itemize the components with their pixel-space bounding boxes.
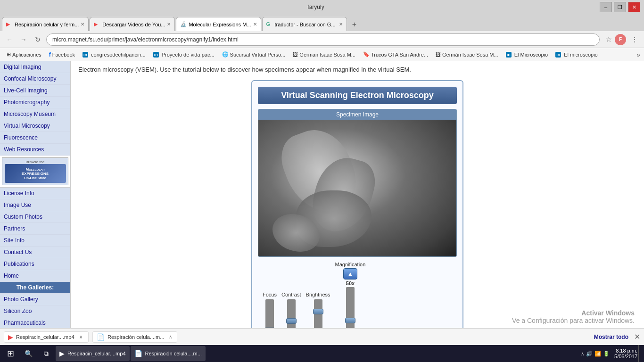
tab-close-4[interactable]: ✕ — [339, 22, 343, 27]
sidebar-item-image-use[interactable]: Image Use — [0, 199, 70, 211]
bookmark-icon-fb: f — [49, 51, 51, 58]
bookmark-label-sucursal: Sucursal Virtual Perso... — [230, 52, 286, 58]
bookmark-icon-apps: ⊞ — [7, 51, 11, 58]
maximize-button[interactable]: ❐ — [614, 2, 626, 12]
focus-label: Focus — [263, 292, 277, 297]
magnification-value: 50x — [346, 280, 355, 286]
sidebar-item-contact-us[interactable]: Contact Us — [0, 247, 70, 258]
bookmark-microscopio[interactable]: in El Microscopio — [503, 51, 551, 58]
bookmark-facebook[interactable]: f Facebook — [46, 50, 78, 59]
store-browse-text: Browse the — [4, 160, 66, 164]
download-arrow-2[interactable]: ∧ — [169, 334, 172, 339]
window-title: faryuly — [307, 4, 324, 10]
taskbar-time-value: 8:18 p.m. — [614, 348, 637, 354]
bookmark-icon-german2: 🖼 — [436, 52, 441, 58]
bookmark-label-trucos: Trucos GTA San Andre... — [371, 52, 428, 58]
taskbar-date-value: 5/06/2017 — [614, 354, 637, 359]
sidebar-item-museum[interactable]: Microscopy Museum — [0, 108, 70, 120]
show-desktop-button[interactable] — [638, 345, 642, 362]
bookmark-sucursal[interactable]: 🌐 Sucursal Virtual Perso... — [219, 50, 289, 58]
bookmark-aplicaciones[interactable]: ⊞ Aplicaciones — [4, 50, 44, 58]
taskbar-clock[interactable]: 8:18 p.m. 5/06/2017 — [614, 348, 637, 359]
bookmark-label-microscopio: El Microscopio — [514, 52, 548, 58]
magnification-thumb[interactable] — [345, 318, 355, 323]
window-controls: – ❐ ✕ — [600, 2, 640, 12]
tab-title-3: Molecular Expressions M... — [189, 22, 251, 27]
sidebar-item-web-resources[interactable]: Web Resources — [0, 144, 70, 156]
bookmark-button[interactable]: ☆ — [605, 35, 612, 44]
taskbar-app-2[interactable]: 📄 Respiración celula....m... — [131, 346, 206, 361]
profile-icon[interactable]: F — [615, 34, 626, 45]
bookmark-icon-trucos: 🔖 — [363, 51, 370, 58]
bookmarks-more-button[interactable]: » — [636, 51, 640, 58]
task-view-button[interactable]: ⧉ — [38, 345, 55, 362]
tab-title-2: Descargar Videos de You... — [102, 22, 165, 27]
logo-text: MOLECULAREXPRESSIONSOn-Line Store — [22, 167, 49, 180]
bookmarks-bar: ⊞ Aplicaciones f Facebook in congresodec… — [0, 48, 644, 61]
sidebar-store-banner[interactable]: Browse the MOLECULAREXPRESSIONSOn-Line S… — [0, 156, 70, 188]
contrast-thumb[interactable] — [286, 318, 297, 324]
download-arrow-1[interactable]: ∧ — [79, 334, 83, 339]
sidebar-item-fluorescence[interactable]: Fluorescence — [0, 132, 70, 144]
sidebar-item-photo-gallery[interactable]: Photo Gallery — [0, 294, 70, 305]
sidebar-item-digital-imaging[interactable]: Digital Imaging — [0, 61, 70, 73]
tab-title-4: traductor - Buscar con G... — [275, 22, 337, 27]
tray-expand-icon[interactable]: ∧ — [581, 351, 584, 356]
new-tab-button[interactable]: + — [348, 18, 361, 31]
refresh-button[interactable]: ↻ — [32, 34, 43, 45]
forward-button[interactable]: → — [18, 34, 29, 45]
sidebar-item-license-info[interactable]: License Info — [0, 188, 70, 199]
tab-descargar[interactable]: ▶ Descargar Videos de You... ✕ — [90, 17, 175, 31]
sidebar-item-publications[interactable]: Publications — [0, 258, 70, 270]
download-filename-2: Respiración celula....m... — [107, 334, 164, 340]
download-filename-1: Respiracin_celular....mp4 — [16, 334, 74, 340]
bookmark-label-congreso: congresodechilpancin... — [91, 52, 146, 58]
tray-battery-icon[interactable]: 🔋 — [603, 351, 610, 357]
tab-molecular[interactable]: 🔬 Molecular Expressions M... ✕ — [176, 17, 261, 31]
intro-text: Electron microscopy (VSEM). Use the tuto… — [78, 65, 636, 74]
search-button[interactable]: 🔍 — [20, 345, 37, 362]
brightness-thumb[interactable] — [313, 309, 323, 314]
bookmark-icon-proyecto: in — [153, 52, 159, 58]
bookmark-label-apps: Aplicaciones — [12, 52, 41, 58]
tab-traductor[interactable]: G traductor - Buscar con G... ✕ — [262, 17, 347, 31]
tray-network-icon[interactable]: 📶 — [594, 351, 601, 357]
sidebar-item-home[interactable]: Home — [0, 270, 70, 282]
tab-close-2[interactable]: ✕ — [167, 22, 171, 27]
sidebar-item-photomicrography[interactable]: Photomicrography — [0, 97, 70, 108]
bookmark-microscopio2[interactable]: in El microscopio — [553, 51, 601, 58]
close-button[interactable]: ✕ — [628, 2, 640, 12]
sidebar-item-custom-photos[interactable]: Custom Photos — [0, 211, 70, 223]
sidebar-item-site-info[interactable]: Site Info — [0, 235, 70, 247]
tab-close-3[interactable]: ✕ — [253, 22, 257, 27]
sidebar-item-silicon-zoo[interactable]: Silicon Zoo — [0, 305, 70, 317]
menu-button[interactable]: ⋮ — [629, 34, 640, 45]
minimize-button[interactable]: – — [600, 2, 612, 12]
bookmark-proyecto[interactable]: in Proyecto de vida pac... — [150, 51, 217, 58]
tab-bar: ▶ Respiración celular y ferm... ✕ ▶ Desc… — [0, 14, 644, 31]
bookmark-icon-congreso: in — [83, 52, 88, 58]
back-button[interactable]: ← — [4, 34, 15, 45]
show-all-downloads-button[interactable]: Mostrar todo — [594, 334, 628, 340]
url-bar[interactable]: micro.magnet.fsu.edu/primer/java/electro… — [46, 33, 600, 46]
close-download-bar-button[interactable]: ✕ — [634, 332, 640, 341]
magnification-up-button[interactable]: ▲ — [343, 268, 357, 280]
start-button[interactable]: ⊞ — [2, 345, 19, 362]
sidebar-item-virtual-microscopy[interactable]: Virtual Microscopy — [0, 120, 70, 132]
bookmark-german[interactable]: 🖼 German Isaac Sosa M... — [290, 51, 358, 58]
taskbar-app-icon-2: 📄 — [134, 350, 142, 357]
tab-close-1[interactable]: ✕ — [81, 22, 84, 27]
bookmark-german2[interactable]: 🖼 Germán Isaac Sosa M... — [433, 51, 501, 58]
title-bar: faryuly – ❐ ✕ — [0, 0, 644, 14]
download-item-1[interactable]: ▶ Respiracin_celular....mp4 ∧ — [4, 331, 89, 343]
bookmark-trucos[interactable]: 🔖 Trucos GTA San Andre... — [360, 50, 431, 58]
sidebar-item-pharmaceuticals[interactable]: Pharmaceuticals — [0, 317, 70, 329]
tray-speaker-icon[interactable]: 🔊 — [586, 351, 593, 357]
download-item-2[interactable]: 📄 Respiración celula....m... ∧ — [92, 331, 177, 343]
taskbar-app-1[interactable]: ▶ Respiracin_celular....mp4 — [56, 346, 130, 361]
sidebar-item-live-cell[interactable]: Live-Cell Imaging — [0, 85, 70, 97]
sidebar-item-confocal[interactable]: Confocal Microscopy — [0, 73, 70, 85]
tab-respiracion[interactable]: ▶ Respiración celular y ferm... ✕ — [2, 17, 89, 31]
bookmark-congreso[interactable]: in congresodechilpancin... — [80, 51, 149, 58]
sidebar-item-partners[interactable]: Partners — [0, 223, 70, 235]
